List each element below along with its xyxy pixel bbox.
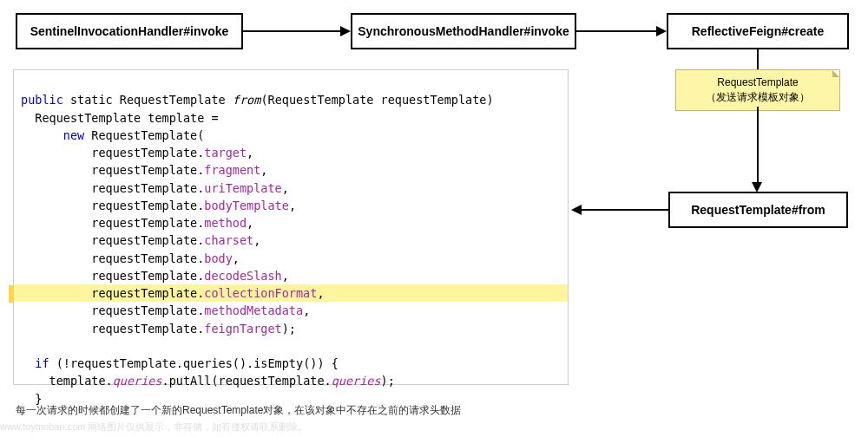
code-line-p1: requestTemplate.target, xyxy=(21,146,253,160)
arrowhead-1 xyxy=(340,26,351,36)
arrow-3 xyxy=(757,107,759,182)
code-line-p7: requestTemplate.body, xyxy=(21,251,240,265)
note-title: RequestTemplate xyxy=(687,75,829,90)
code-line-3: new RequestTemplate( xyxy=(21,128,204,142)
box-reflective-feign: ReflectiveFeign#create xyxy=(667,13,849,49)
code-line-p3: requestTemplate.uriTemplate, xyxy=(21,181,289,195)
arrowhead-4 xyxy=(571,205,582,215)
footer-note: 每一次请求的时候都创建了一个新的RequestTemplate对象，在该对象中不… xyxy=(16,403,461,418)
code-if1: if (!requestTemplate.queries().isEmpty()… xyxy=(21,356,339,370)
arrowhead-3 xyxy=(752,182,762,192)
note-request-template: RequestTemplate （发送请求模板对象） xyxy=(675,69,840,111)
code-line-p9-highlight: requestTemplate.collectionFormat, xyxy=(14,284,568,302)
code-line-p10: requestTemplate.methodMetadata, xyxy=(21,303,310,317)
code-line-p5: requestTemplate.method, xyxy=(21,216,253,230)
code-if2: template.queries.putAll(requestTemplate.… xyxy=(21,374,395,388)
arrow-4 xyxy=(582,209,668,211)
line-box3-note xyxy=(757,49,759,69)
code-line-p4: requestTemplate.bodyTemplate, xyxy=(21,199,296,212)
code-line-p11: requestTemplate.feignTarget); xyxy=(21,322,296,336)
code-block: public static RequestTemplate from(Reque… xyxy=(13,69,569,385)
gutter-marker xyxy=(9,285,14,303)
watermark: www.toymoban.com 网络图片仅供展示，非存储，如有侵权请联系删除。 xyxy=(0,421,307,434)
box-sentinel: SentinelInvocationHandler#invoke xyxy=(16,13,243,49)
box-request-template-from: RequestTemplate#from xyxy=(668,192,848,228)
code-line-p2: requestTemplate.fragment, xyxy=(21,163,268,177)
code-line-p8: requestTemplate.decodeSlash, xyxy=(21,269,289,283)
code-line-1: public static RequestTemplate from(Reque… xyxy=(21,93,494,107)
arrowhead-2 xyxy=(656,26,667,36)
box-sync-method: SynchronousMethodHandler#invoke xyxy=(351,13,576,49)
note-subtitle: （发送请求模板对象） xyxy=(687,90,829,105)
arrow-2 xyxy=(576,30,656,32)
code-line-2: RequestTemplate template = xyxy=(21,111,219,125)
arrow-1 xyxy=(243,30,340,32)
code-line-p6: requestTemplate.charset, xyxy=(21,233,260,247)
